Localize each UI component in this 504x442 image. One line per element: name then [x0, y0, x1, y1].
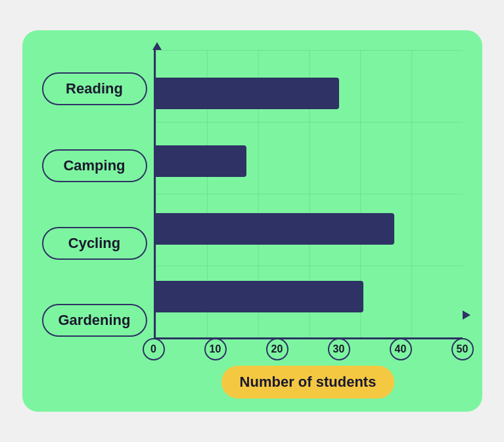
- x-axis-label-badge: Number of students: [221, 366, 395, 399]
- x-axis-arrow: [463, 310, 470, 320]
- bar: [154, 213, 395, 245]
- category-label: Camping: [42, 149, 147, 182]
- labels-column: ReadingCampingCyclingGardening: [42, 50, 154, 359]
- bar-row: [154, 212, 463, 246]
- x-tick: 20: [266, 338, 288, 360]
- x-tick-label: 10: [204, 338, 227, 360]
- x-tick-label: 30: [328, 338, 350, 360]
- x-tick-label: 0: [143, 338, 165, 360]
- chart-area: ReadingCampingCyclingGardening 010203040…: [42, 50, 463, 359]
- x-tick-label: 40: [390, 338, 412, 360]
- bars-wrapper: [154, 50, 463, 339]
- category-label: Reading: [42, 72, 147, 105]
- bar: [154, 281, 364, 312]
- x-tick-label: 50: [451, 338, 474, 360]
- bar-row: [154, 144, 463, 178]
- bar-row: [154, 76, 463, 110]
- x-axis-labels: 01020304050: [154, 339, 463, 359]
- x-tick: 50: [451, 338, 474, 360]
- x-tick: 0: [143, 338, 165, 360]
- bar: [154, 145, 246, 177]
- y-axis-arrow: [152, 42, 162, 50]
- bar-row: [154, 280, 463, 314]
- bar: [154, 78, 339, 109]
- x-tick: 30: [328, 338, 350, 360]
- x-tick-label: 20: [266, 338, 288, 360]
- x-tick: 40: [390, 338, 412, 360]
- category-label: Gardening: [42, 304, 147, 337]
- category-label: Cycling: [42, 227, 147, 260]
- x-tick: 10: [204, 338, 227, 360]
- chart-container: ReadingCampingCyclingGardening 010203040…: [22, 30, 482, 412]
- bars-area: 01020304050 Number of students: [154, 50, 463, 359]
